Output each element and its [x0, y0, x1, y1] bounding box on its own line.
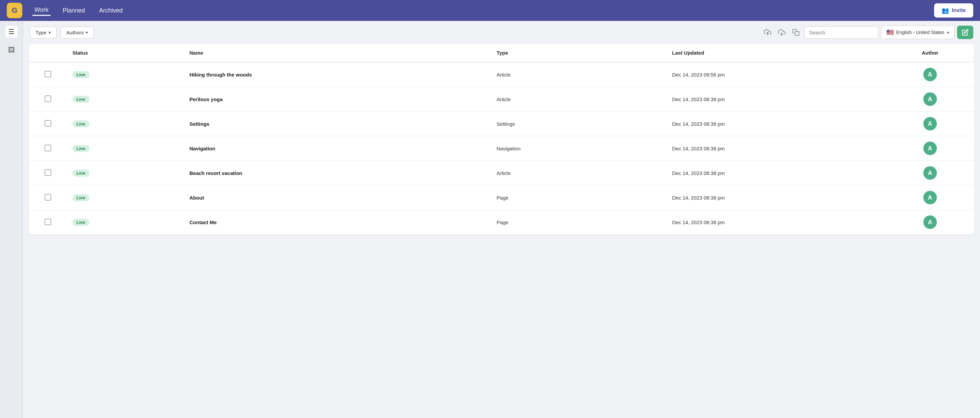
row-name[interactable]: Navigation: [189, 146, 215, 151]
row-checkbox[interactable]: [45, 120, 51, 127]
svg-rect-2: [795, 31, 799, 35]
row-checkbox[interactable]: [45, 145, 51, 151]
avatar[interactable]: A: [923, 141, 937, 155]
authors-chevron-icon: ▾: [86, 30, 88, 35]
row-author-cell: A: [886, 210, 974, 235]
content-table: Status Name Type Last Updated Author Liv…: [29, 44, 974, 234]
copy-button[interactable]: [790, 27, 802, 38]
row-name[interactable]: Beach resort vacation: [189, 170, 242, 176]
header-type: Type: [492, 44, 667, 62]
app-logo: G: [7, 3, 22, 18]
table-body: Live Hiking through the woods Article De…: [29, 62, 974, 234]
type-chevron-icon: ▾: [49, 30, 51, 35]
nav-planned[interactable]: Planned: [61, 6, 87, 16]
row-checkbox[interactable]: [45, 194, 51, 200]
row-last-updated-cell: Dec 14, 2023 08:38 pm: [667, 210, 886, 235]
row-author-cell: A: [886, 111, 974, 136]
header-status: Status: [67, 44, 184, 62]
row-status-cell: Live: [67, 136, 184, 161]
row-last-updated: Dec 14, 2023 08:38 pm: [672, 96, 725, 102]
row-name-cell: Hiking through the woods: [184, 62, 492, 87]
row-last-updated-cell: Dec 14, 2023 09:56 pm: [667, 62, 886, 87]
row-author-cell: A: [886, 161, 974, 185]
row-last-updated: Dec 14, 2023 08:38 pm: [672, 121, 725, 127]
row-last-updated-cell: Dec 14, 2023 08:38 pm: [667, 136, 886, 161]
row-type: Navigation: [497, 146, 521, 151]
row-name[interactable]: Contact Me: [189, 219, 217, 225]
row-last-updated-cell: Dec 14, 2023 08:38 pm: [667, 87, 886, 111]
avatar[interactable]: A: [923, 117, 937, 130]
status-badge: Live: [73, 219, 89, 226]
row-last-updated: Dec 14, 2023 08:38 pm: [672, 219, 725, 225]
row-last-updated: Dec 14, 2023 08:38 pm: [672, 195, 725, 200]
header-last-updated: Last Updated: [667, 44, 886, 62]
search-input[interactable]: [804, 26, 878, 39]
avatar[interactable]: A: [923, 215, 937, 229]
row-last-updated: Dec 14, 2023 08:38 pm: [672, 146, 725, 151]
row-name[interactable]: About: [189, 195, 204, 200]
row-checkbox[interactable]: [45, 71, 51, 78]
row-type: Page: [497, 219, 509, 225]
row-checkbox[interactable]: [45, 95, 51, 102]
table-row: Live Contact Me Page Dec 14, 2023 08:38 …: [29, 210, 974, 235]
sidebar-menu-icon[interactable]: ☰: [5, 25, 18, 38]
avatar[interactable]: A: [923, 92, 937, 106]
download-button[interactable]: [776, 27, 788, 38]
header-name: Name: [184, 44, 492, 62]
row-checkbox-cell: [29, 62, 67, 87]
flag-icon: 🇺🇸: [886, 29, 894, 36]
row-checkbox[interactable]: [45, 169, 51, 176]
row-checkbox-cell: [29, 210, 67, 235]
status-badge: Live: [73, 170, 89, 176]
row-type-cell: Page: [492, 185, 667, 210]
row-status-cell: Live: [67, 87, 184, 111]
table-header: Status Name Type Last Updated Author: [29, 44, 974, 62]
row-name-cell: Settings: [184, 111, 492, 136]
row-type-cell: Page: [492, 210, 667, 235]
row-name[interactable]: Settings: [189, 121, 209, 127]
row-checkbox-cell: [29, 111, 67, 136]
avatar[interactable]: A: [923, 191, 937, 204]
row-checkbox-cell: [29, 136, 67, 161]
row-type-cell: Article: [492, 161, 667, 185]
row-type: Settings: [497, 121, 515, 127]
top-nav: G Work Planned Archived 👥 Invite: [0, 0, 980, 21]
row-checkbox-cell: [29, 87, 67, 111]
row-name-cell: Beach resort vacation: [184, 161, 492, 185]
row-name-cell: Contact Me: [184, 210, 492, 235]
row-last-updated: Dec 14, 2023 09:56 pm: [672, 72, 725, 78]
row-type: Page: [497, 195, 509, 200]
main-content: Type ▾ Authors ▾ 🇺🇸: [23, 21, 980, 418]
row-status-cell: Live: [67, 111, 184, 136]
row-checkbox[interactable]: [45, 218, 51, 225]
row-name[interactable]: Hiking through the woods: [189, 72, 252, 78]
header-check: [29, 44, 67, 62]
status-badge: Live: [73, 96, 89, 103]
row-type-cell: Navigation: [492, 136, 667, 161]
row-last-updated-cell: Dec 14, 2023 08:38 pm: [667, 161, 886, 185]
row-author-cell: A: [886, 87, 974, 111]
row-type: Article: [497, 96, 511, 102]
row-last-updated-cell: Dec 14, 2023 08:38 pm: [667, 111, 886, 136]
type-filter-button[interactable]: Type ▾: [30, 27, 57, 38]
status-badge: Live: [73, 145, 89, 152]
toolbar: Type ▾ Authors ▾ 🇺🇸: [23, 21, 980, 44]
avatar[interactable]: A: [923, 166, 937, 180]
nav-work[interactable]: Work: [32, 5, 51, 16]
row-type-cell: Article: [492, 62, 667, 87]
nav-archived[interactable]: Archived: [97, 6, 125, 16]
sidebar-image-icon[interactable]: 🖼: [5, 44, 18, 56]
language-selector[interactable]: 🇺🇸 English - United States ▾: [881, 25, 955, 39]
edit-button[interactable]: [957, 25, 973, 39]
table-row: Live Beach resort vacation Article Dec 1…: [29, 161, 974, 185]
row-type-cell: Article: [492, 87, 667, 111]
upload-button[interactable]: [762, 27, 773, 38]
authors-filter-button[interactable]: Authors ▾: [61, 27, 94, 38]
table-row: Live Perilous yoga Article Dec 14, 2023 …: [29, 87, 974, 111]
avatar[interactable]: A: [923, 68, 937, 81]
invite-button[interactable]: 👥 Invite: [934, 3, 973, 17]
row-type: Article: [497, 170, 511, 176]
sidebar: ☰ 🖼: [0, 21, 23, 418]
row-name[interactable]: Perilous yoga: [189, 96, 223, 102]
toolbar-actions: 🇺🇸 English - United States ▾: [762, 25, 973, 39]
